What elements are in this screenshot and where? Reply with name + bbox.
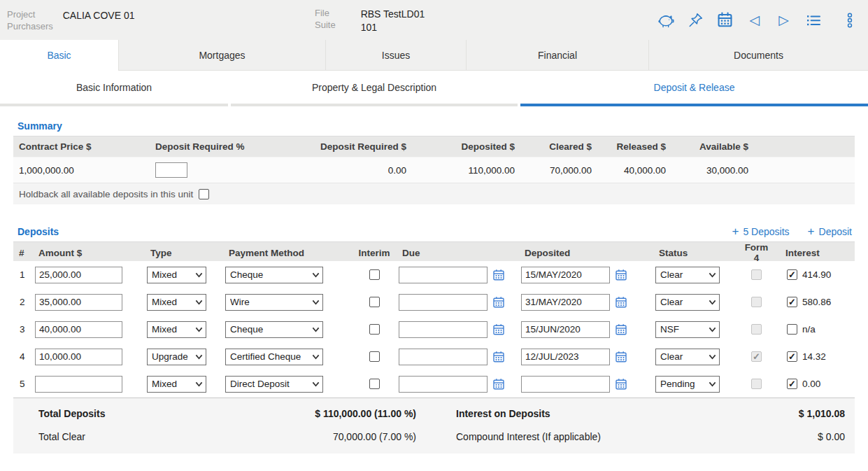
tab-basic[interactable]: Basic	[0, 40, 119, 71]
total-clear-label: Total Clear	[38, 431, 171, 442]
amount-input[interactable]	[35, 321, 122, 338]
deposited-date-input[interactable]	[521, 294, 610, 311]
amount-input[interactable]	[35, 376, 122, 393]
deposit-required-pct-input[interactable]	[155, 162, 187, 178]
more-options-icon[interactable]	[841, 11, 858, 29]
summary-table-row: 1,000,000.00 0.00 110,000.00 70,000.00 4…	[13, 157, 855, 183]
interest-checkbox[interactable]	[787, 269, 797, 280]
interim-checkbox[interactable]	[369, 379, 380, 389]
deposited-calendar-icon[interactable]	[615, 269, 627, 281]
tab-issues[interactable]: Issues	[326, 40, 467, 71]
interest-checkbox[interactable]	[787, 379, 797, 389]
summary-col-header: Deposit Required %	[150, 141, 314, 152]
deposit-number: 5	[13, 379, 34, 389]
status-select[interactable]: Clear	[655, 294, 720, 311]
interim-checkbox[interactable]	[369, 297, 380, 307]
type-select[interactable]: Mixed	[147, 267, 206, 283]
interim-checkbox[interactable]	[369, 269, 380, 280]
deposited-date-input[interactable]	[521, 321, 610, 338]
subtab-deposit-release[interactable]: Deposit & Release	[520, 71, 868, 106]
deposited-calendar-icon[interactable]	[615, 323, 627, 336]
payment-method-select[interactable]: Wire	[225, 294, 323, 311]
deposits-col-header: Form 4	[737, 242, 776, 263]
pushpin-icon[interactable]	[687, 11, 704, 29]
due-date-input[interactable]	[399, 294, 488, 311]
project-purchasers-label: Project Purchasers	[7, 9, 53, 32]
tab-documents[interactable]: Documents	[649, 40, 868, 71]
subtab-basic-information[interactable]: Basic Information	[0, 71, 228, 106]
due-calendar-icon[interactable]	[492, 269, 505, 281]
deposited-calendar-icon[interactable]	[615, 296, 627, 309]
deposits-col-header: #	[13, 248, 34, 258]
deposit-number: 3	[13, 324, 34, 335]
payment-method-select[interactable]: Cheque	[225, 321, 323, 338]
calendar-icon[interactable]	[716, 11, 734, 29]
chevron-down-icon	[312, 381, 320, 387]
form4-checkbox	[751, 297, 762, 307]
status-select[interactable]: Clear	[655, 349, 720, 365]
summary-col-header: Released $	[597, 141, 671, 152]
interest-checkbox[interactable]	[787, 297, 797, 307]
due-calendar-icon[interactable]	[492, 296, 505, 309]
chevron-down-icon	[195, 327, 203, 332]
total-deposits-value: $ 110,000.00 (11.00 %)	[171, 408, 416, 419]
amount-input[interactable]	[35, 349, 122, 365]
amount-input[interactable]	[35, 267, 122, 283]
deposits-col-header: Interest	[776, 248, 855, 258]
form4-checkbox	[751, 269, 762, 280]
payment-method-select[interactable]: Cheque	[225, 267, 323, 283]
chevron-down-icon	[312, 272, 320, 278]
totals-section: Total Deposits $ 110,000.00 (11.00 %) In…	[13, 398, 855, 454]
interest-value: 14.32	[802, 351, 826, 362]
status-select[interactable]: Clear	[655, 267, 720, 283]
amount-input[interactable]	[35, 294, 122, 311]
tab-financial[interactable]: Financial	[467, 40, 649, 71]
due-date-input[interactable]	[399, 321, 488, 338]
type-select[interactable]: Upgrade	[147, 349, 206, 365]
interest-value: 0.00	[802, 379, 820, 389]
payment-method-select[interactable]: Certified Cheque	[225, 349, 323, 365]
deposit-row: 2 Mixed Wire	[13, 288, 855, 316]
due-calendar-icon[interactable]	[492, 378, 505, 391]
deposited-calendar-icon[interactable]	[615, 378, 627, 391]
type-select[interactable]: Mixed	[147, 321, 206, 338]
interest-checkbox[interactable]	[787, 351, 797, 362]
interim-checkbox[interactable]	[369, 324, 380, 335]
chevron-down-icon	[312, 327, 320, 332]
interim-checkbox[interactable]	[369, 351, 380, 362]
add-five-deposits-link[interactable]: + 5 Deposits	[732, 225, 790, 237]
due-date-input[interactable]	[399, 267, 488, 283]
type-select[interactable]: Mixed	[147, 294, 206, 311]
cleared-value: 70,000.00	[520, 165, 597, 176]
status-select[interactable]: NSF	[655, 321, 720, 338]
payment-method-select[interactable]: Direct Deposit	[225, 376, 323, 393]
tab-mortgages[interactable]: Mortgages	[119, 40, 326, 71]
list-icon[interactable]	[804, 11, 822, 29]
deposit-number: 4	[13, 351, 34, 362]
interest-value: n/a	[802, 324, 816, 335]
interest-checkbox[interactable]	[787, 324, 797, 335]
form4-checkbox	[751, 324, 762, 335]
holdback-row: Holdback all available deposits in this …	[13, 183, 855, 204]
type-select[interactable]: Mixed	[147, 376, 206, 393]
due-calendar-icon[interactable]	[492, 351, 505, 363]
piggy-bank-icon[interactable]	[657, 11, 675, 29]
status-select[interactable]: Pending	[655, 376, 720, 393]
main-tabs: BasicMortgagesIssuesFinancialDocuments	[0, 40, 868, 71]
deposited-date-input[interactable]	[521, 376, 610, 393]
add-deposit-link[interactable]: + Deposit	[808, 225, 852, 237]
subtab-property-legal-description[interactable]: Property & Legal Description	[231, 71, 518, 106]
chevron-down-icon	[709, 300, 716, 305]
chevron-down-icon	[709, 272, 716, 278]
due-date-input[interactable]	[399, 349, 488, 365]
holdback-checkbox[interactable]	[199, 189, 209, 199]
deposited-date-input[interactable]	[521, 267, 610, 283]
due-date-input[interactable]	[399, 376, 488, 393]
deposited-date-input[interactable]	[521, 349, 610, 365]
deposits-heading: Deposits	[13, 226, 59, 237]
deposit-number: 2	[13, 297, 34, 307]
previous-icon[interactable]: ◁	[746, 11, 763, 29]
next-icon[interactable]: ▷	[775, 11, 792, 29]
due-calendar-icon[interactable]	[492, 323, 505, 336]
deposited-calendar-icon[interactable]	[615, 351, 627, 363]
